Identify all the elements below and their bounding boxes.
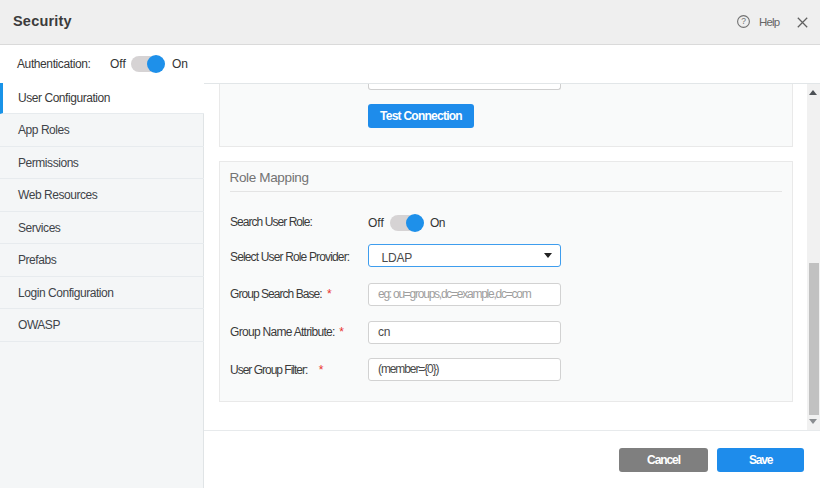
svg-text:?: ? xyxy=(741,16,746,26)
